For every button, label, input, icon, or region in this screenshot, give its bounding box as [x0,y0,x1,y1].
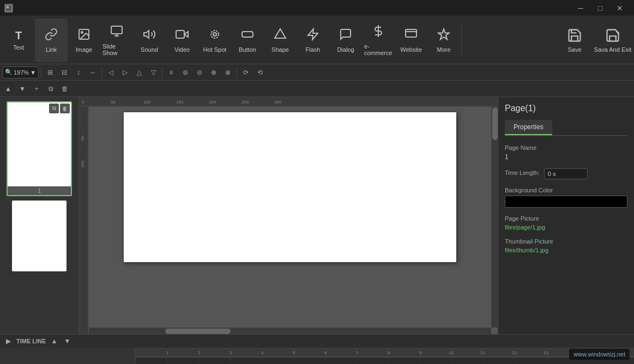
scroll-thumb-horizontal[interactable] [165,329,231,334]
sound-icon [143,28,156,44]
tool-more[interactable]: More [427,19,460,62]
prop-thumb-picture-value[interactable]: files/thumb/1.jpg [505,247,627,253]
tool-sound[interactable]: Sound [133,19,166,62]
save-button[interactable]: Save [555,19,594,62]
tb2-btn4[interactable]: ↔ [86,66,99,79]
minimize-button[interactable]: ─ [571,0,590,16]
page-add-button[interactable]: ＋ [31,83,43,95]
tool-website[interactable]: Website [395,19,427,62]
tb2-btn14[interactable]: ⟳ [239,66,252,79]
svg-text:2: 2 [198,350,201,355]
tb2-sep1 [41,68,41,77]
tool-website-label: Website [400,46,422,53]
zoom-value: 197% [14,69,29,76]
page-up-button[interactable]: ▲ [2,83,14,95]
tool-flash[interactable]: Flash [297,19,329,62]
tool-hotspot[interactable]: Hot Spot [198,19,231,62]
tool-dialog[interactable]: Dialog [329,19,362,62]
maximize-button[interactable]: □ [590,0,610,16]
canvas-scroll[interactable] [89,107,491,327]
title-bar-controls: ─ □ ✕ [571,0,630,16]
slideshow-icon [110,25,123,41]
tb2-btn6[interactable]: ▷ [118,66,131,79]
tool-image[interactable]: Image [68,19,100,62]
tool-link[interactable]: Link [35,19,68,62]
canvas-inner [124,112,456,262]
timeline-label: TIME LINE [16,338,46,344]
link-icon [45,28,58,44]
page-copy-button[interactable]: ⧉ [45,83,57,95]
prop-time-length: Time Length: [505,168,627,179]
slide-thumb-inner-1 [8,102,71,186]
tb2-btn7[interactable]: △ [132,66,146,79]
tb2-btn2[interactable]: ⊟ [58,66,71,79]
svg-point-3 [81,32,83,33]
dialog-icon [339,28,352,44]
slide-thumb-2[interactable] [12,201,67,271]
slide-thumb-icons: ⧉ 🗑 [49,104,70,113]
svg-text:150: 150 [176,100,184,105]
svg-marker-8 [184,32,188,37]
prop-page-picture-value[interactable]: files/page/1.jpg [505,224,627,230]
toolbar-separator [461,24,462,57]
svg-text:4: 4 [261,350,264,355]
svg-text:12: 12 [512,350,517,355]
ruler-left: 50 100 [79,107,89,334]
slide-thumb-1[interactable]: ⧉ 🗑 1 [7,101,72,196]
tool-ecommerce[interactable]: e-commerce [362,19,395,62]
timeline-up-button[interactable]: ▲ [49,336,59,346]
slide-delete-icon[interactable]: 🗑 [60,104,70,113]
page-down-button[interactable]: ▼ [16,83,28,95]
scrollbar-horizontal[interactable] [89,327,491,334]
ecommerce-icon [372,25,385,41]
slide-copy-icon[interactable]: ⧉ [49,104,59,113]
tb2-btn8[interactable]: ▽ [147,66,160,79]
scroll-thumb-vertical[interactable] [492,107,498,140]
svg-text:7: 7 [356,350,359,355]
svg-point-10 [213,33,216,36]
zoom-icon: 🔍 [5,69,13,76]
tool-slideshow[interactable]: Slide Show [100,19,133,62]
svg-text:100: 100 [80,160,85,168]
timeline-left-panel [0,348,135,364]
svg-text:50: 50 [111,100,116,105]
save-label: Save [567,46,581,53]
prop-time-label: Time Length: [505,169,540,176]
tb2-btn12[interactable]: ⊕ [207,66,220,79]
tb2-btn9[interactable]: ≡ [165,66,178,79]
timeline-content: 1 2 3 4 5 6 7 8 9 10 11 12 13 14 15 [0,348,634,364]
tool-image-label: Image [76,46,93,53]
tool-more-label: More [437,46,450,53]
timeline-play-button[interactable]: ▶ [3,336,13,346]
close-button[interactable]: ✕ [610,0,630,16]
page-delete-button[interactable]: 🗑 [59,83,71,95]
slide-thumb-inner-2 [12,201,67,271]
tb2-btn1[interactable]: ⊞ [44,66,57,79]
tool-text[interactable]: T Text [2,19,35,62]
tb2-btn13[interactable]: ⊗ [221,66,234,79]
tool-shape-label: Shape [271,46,289,53]
slide-label-1: 1 [8,186,71,195]
tab-properties[interactable]: Properties [505,120,552,135]
tb2-sep2 [101,68,102,77]
tb2-btn10[interactable]: ⊜ [179,66,192,79]
tb2-btn3[interactable]: ↕ [72,66,85,79]
timeline-down-button[interactable]: ▼ [62,336,72,346]
bg-color-picker[interactable] [505,196,627,208]
tool-dialog-label: Dialog [337,46,354,53]
tool-button[interactable]: Button [231,19,264,62]
tb2-btn15[interactable]: ⟲ [253,66,267,79]
scrollbar-vertical[interactable] [491,107,498,327]
toolbar-right: Save Sava And Exit [555,19,632,62]
tool-flash-label: Flash [306,46,321,53]
tb2-btn11[interactable]: ⊝ [193,66,206,79]
video-icon [176,28,189,44]
tb2-btn5[interactable]: ◁ [104,66,117,79]
website-icon [404,28,418,44]
time-length-input[interactable] [544,168,588,179]
tool-shape[interactable]: Shape [264,19,297,62]
main-area: ⧉ 🗑 1 0 50 100 150 200 250 300 [0,97,634,334]
save-and-exit-button[interactable]: Sava And Exit [594,19,632,62]
zoom-selector[interactable]: 🔍 197% ▼ [2,66,39,78]
tool-video[interactable]: Video [166,19,198,62]
